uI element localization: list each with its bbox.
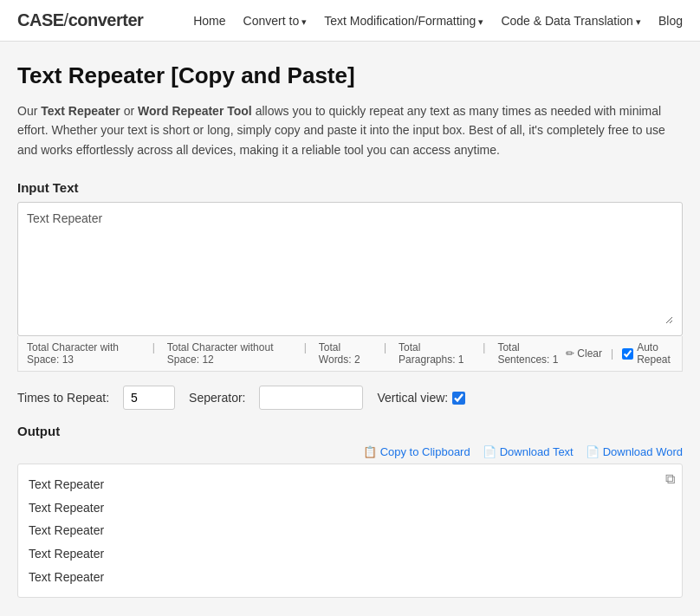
nav-link-blog[interactable]: Blog (658, 14, 683, 28)
clear-label[interactable]: Clear (577, 347, 602, 360)
stat-divider-2: | (304, 341, 307, 366)
times-label: Times to Repeat: (17, 391, 109, 405)
vertical-view-checkbox[interactable] (452, 392, 465, 405)
times-input[interactable] (123, 386, 175, 410)
download-word-button[interactable]: 📄 Download Word (586, 445, 683, 458)
output-line: Text Repeater (29, 496, 671, 520)
intro-paragraph: Our Text Repeater or Word Repeater Tool … (17, 101, 683, 159)
stat-divider-3: | (384, 341, 386, 366)
navbar: CASE/converter Home Convert to Text Modi… (0, 0, 700, 42)
output-line: Text Repeater (29, 473, 671, 496)
stat-divider-1: | (152, 341, 155, 366)
logo[interactable]: CASE/converter (17, 10, 143, 30)
vertical-view-label: Vertical view: (377, 391, 448, 405)
nav-item-convert[interactable]: Convert to (243, 14, 308, 28)
input-wrapper: Text Repeater (17, 202, 683, 336)
output-box: Text RepeaterText RepeaterText RepeaterT… (17, 464, 683, 598)
stats-bar: Total Character with Space: 13 | Total C… (17, 336, 683, 372)
stat-char-with-space: Total Character with Space: 13 (27, 341, 140, 366)
copy-icon-button[interactable]: ⧉ (665, 471, 675, 487)
copy-clipboard-button[interactable]: 📋 Copy to Clipboard (363, 445, 470, 458)
copy-clipboard-label: Copy to Clipboard (380, 445, 470, 458)
intro-bold-text-repeater: Text Repeater (41, 104, 120, 118)
options-row: Times to Repeat: Seperator: Vertical vie… (17, 386, 683, 410)
download-text-icon: 📄 (483, 445, 496, 458)
output-text: Text RepeaterText RepeaterText RepeaterT… (29, 473, 671, 588)
download-word-label: Download Word (603, 445, 683, 458)
stat-total-words: Total Words: 2 (319, 341, 372, 366)
stat-char-without-space: Total Character without Space: 12 (167, 341, 292, 366)
main-content: Text Repeater [Copy and Paste] Our Text … (0, 42, 700, 616)
output-actions: 📋 Copy to Clipboard 📄 Download Text 📄 Do… (17, 445, 683, 458)
auto-repeat-label[interactable]: Auto Repeat (622, 341, 673, 366)
download-word-icon: 📄 (586, 445, 600, 458)
output-section-label: Output (17, 424, 683, 438)
intro-text-or: or (124, 104, 138, 118)
input-textarea[interactable]: Text Repeater (27, 211, 673, 324)
page-title: Text Repeater [Copy and Paste] (17, 62, 683, 89)
output-line: Text Repeater (29, 519, 671, 542)
stat-divider-4: | (483, 341, 485, 366)
logo-text-case: CASE (17, 10, 64, 29)
output-line: Text Repeater (29, 542, 671, 566)
nav-item-blog[interactable]: Blog (658, 14, 683, 28)
auto-repeat-checkbox[interactable] (622, 348, 633, 360)
download-text-button[interactable]: 📄 Download Text (483, 445, 574, 458)
auto-repeat-text: Auto Repeat (637, 341, 673, 366)
nav-item-code-data[interactable]: Code & Data Translation (501, 14, 641, 28)
download-text-label: Download Text (500, 445, 574, 458)
nav-item-text-mod[interactable]: Text Modification/Formatting (324, 14, 483, 28)
stat-total-sentences: Total Sentences: 1 (497, 341, 566, 366)
stats-left: Total Character with Space: 13 | Total C… (27, 341, 566, 366)
nav-link-convert[interactable]: Convert to (243, 14, 308, 28)
separator-label: Seperator: (189, 391, 245, 405)
vertical-view-container: Vertical view: (377, 391, 465, 405)
stats-right: ✏ Clear | Auto Repeat (566, 341, 673, 366)
output-line: Text Repeater (29, 566, 671, 589)
copy-icon: 📋 (363, 445, 377, 458)
separator-input[interactable] (259, 386, 363, 410)
nav-link-home[interactable]: Home (193, 14, 225, 28)
output-section: Output 📋 Copy to Clipboard 📄 Download Te… (17, 424, 683, 598)
input-section-label: Input Text (17, 180, 683, 195)
nav-link-code-data[interactable]: Code & Data Translation (501, 14, 641, 28)
stat-total-paragraphs: Total Paragraphs: 1 (399, 341, 470, 366)
logo-text-converter: converter (68, 10, 144, 29)
pencil-icon: ✏ (566, 347, 574, 360)
nav-links: Home Convert to Text Modification/Format… (193, 14, 683, 28)
intro-bold-word-repeater: Word Repeater Tool (138, 104, 252, 118)
stat-divider-5: | (611, 347, 613, 360)
clear-button[interactable]: ✏ Clear (566, 347, 602, 360)
nav-link-text-mod[interactable]: Text Modification/Formatting (324, 14, 483, 28)
nav-item-home[interactable]: Home (193, 14, 225, 28)
